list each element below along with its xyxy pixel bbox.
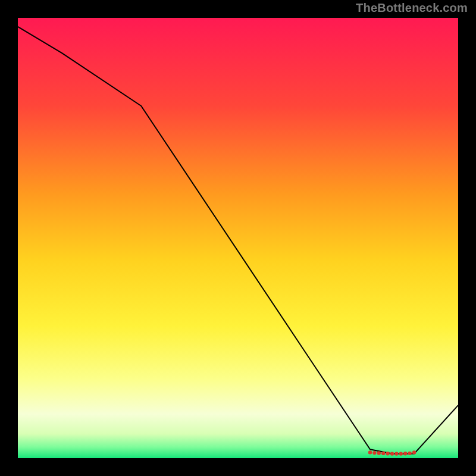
- plot-background: [18, 18, 458, 458]
- chart-marker: [377, 451, 381, 455]
- chart-marker: [372, 451, 376, 455]
- chart-frame: TheBottleneck.com: [0, 0, 476, 476]
- bottleneck-chart: [0, 0, 476, 476]
- chart-marker: [408, 452, 411, 455]
- chart-marker: [394, 452, 398, 455]
- chart-marker: [399, 452, 403, 455]
- chart-marker: [403, 452, 407, 455]
- chart-marker: [386, 452, 389, 455]
- chart-marker: [412, 450, 416, 454]
- chart-marker: [368, 450, 372, 454]
- chart-marker: [390, 452, 394, 455]
- attribution-label: TheBottleneck.com: [356, 1, 468, 15]
- chart-marker: [381, 452, 385, 455]
